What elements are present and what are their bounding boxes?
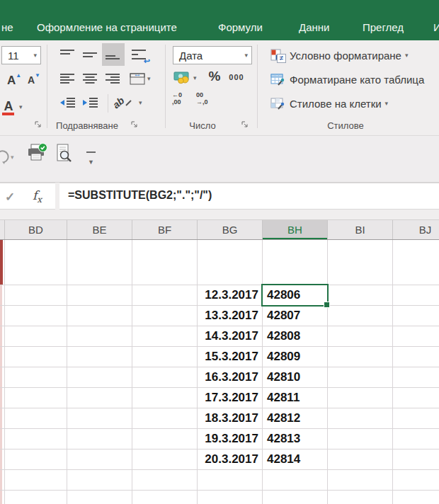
formula-bar: ✓ fx =SUBSTITUTE(BG2;".";"/") [0, 183, 439, 210]
increase-decimal-button[interactable]: ←0 ,00 [172, 91, 192, 108]
chevron-down-icon: ▾ [405, 52, 409, 59]
alignment-dialog-launcher[interactable] [130, 120, 139, 129]
date-cell-bg7[interactable]: 17.3.2017 [198, 388, 258, 408]
value-cell-bh10[interactable]: 42814 [267, 449, 324, 469]
value-cell-bh7[interactable]: 42811 [267, 388, 324, 408]
column-header-bi[interactable]: BI [328, 220, 393, 240]
value-cell-bh3[interactable]: 42807 [267, 306, 324, 326]
increase-indent-icon [83, 97, 98, 108]
column-header-bg[interactable]: BG [198, 220, 263, 240]
date-cell-bg5[interactable]: 15.3.2017 [198, 347, 258, 367]
tab-insert-partial[interactable]: не [1, 18, 13, 37]
decrease-font-button[interactable]: A ▼ [24, 70, 44, 90]
date-cell-bg9[interactable]: 19.3.2017 [198, 429, 258, 449]
number-dialog-launcher[interactable] [241, 120, 249, 129]
decrease-decimal-button[interactable]: 00 →,0 [196, 91, 216, 108]
increase-indent-button[interactable] [81, 93, 101, 113]
cell-styles-icon [270, 98, 285, 110]
increase-decimal-icon-bottom: ,00 [172, 98, 192, 105]
number-format-value: Дата [173, 50, 244, 62]
align-left-icon [60, 73, 76, 84]
format-as-table-button[interactable]: Форматиране като таблица [270, 70, 424, 88]
date-cell-bg2[interactable]: 12.3.2017 [198, 285, 258, 305]
date-cell-bg3[interactable]: 13.3.2017 [198, 306, 258, 326]
tab-view-partial[interactable]: И [433, 18, 439, 37]
column-header-bh[interactable]: BH [263, 220, 328, 240]
font-color-button[interactable]: A [0, 96, 17, 117]
table-row: 16.3.2017 42810 [0, 367, 439, 388]
insert-function-button[interactable]: fx [33, 188, 42, 205]
comma-style-button[interactable]: 000 [225, 70, 248, 84]
value-cell-bh6[interactable]: 42810 [267, 367, 324, 387]
font-dialog-launcher[interactable] [34, 120, 42, 129]
formula-text: =SUBSTITUTE(BG2;".";"/") [68, 189, 212, 202]
triangle-down-icon: ▼ [35, 73, 40, 79]
merge-arrow-icon: ↔ [127, 69, 147, 78]
table-row: 20.3.2017 42814 [0, 449, 439, 470]
column-header-bd[interactable]: BD [5, 220, 67, 240]
chevron-down-icon[interactable]: ▾ [11, 154, 14, 161]
table-row: 18.3.2017 42812 [0, 408, 439, 429]
percent-style-button[interactable]: % [205, 67, 224, 86]
align-center-button[interactable] [81, 69, 101, 88]
align-right-button[interactable] [103, 69, 123, 88]
table-row: 17.3.2017 42811 [0, 388, 439, 408]
font-size-value: 11 [2, 50, 33, 62]
value-cell-bh8[interactable]: 42812 [267, 408, 324, 428]
print-preview-button[interactable] [55, 144, 74, 164]
formula-input[interactable]: =SUBSTITUTE(BG2;".";"/") [59, 183, 439, 210]
chevron-down-icon[interactable]: ▾ [193, 75, 197, 81]
table-row: 14.3.2017 42808 [0, 326, 439, 347]
formula-bar-buttons: ✓ fx [0, 183, 55, 210]
enter-button[interactable]: ✓ [5, 190, 15, 205]
date-cell-bg10[interactable]: 20.3.2017 [198, 449, 258, 469]
merge-center-button[interactable]: ↔ [127, 69, 147, 88]
tab-data[interactable]: Данни [299, 18, 329, 37]
align-bottom-button[interactable] [102, 43, 125, 66]
cell-styles-button[interactable]: Стилове на клетки ▾ [270, 94, 388, 113]
conditional-formatting-button[interactable]: ≠ Условно форматиране ▾ [270, 46, 409, 64]
tab-page-layout[interactable]: Оформление на страниците [37, 18, 177, 37]
column-header-bf[interactable]: BF [132, 220, 198, 240]
percent-icon: % [209, 69, 221, 84]
increase-font-icon: A [7, 74, 16, 86]
font-size-input[interactable]: 11 ▾ [1, 46, 41, 64]
column-header-sliver[interactable] [0, 220, 5, 240]
column-header-bj[interactable]: BJ [393, 220, 439, 240]
chevron-down-icon[interactable]: ▾ [19, 104, 23, 110]
currency-format-button[interactable] [173, 69, 191, 86]
value-cell-bh4[interactable]: 42808 [267, 326, 324, 346]
dialog-launcher-icon [241, 120, 249, 129]
align-left-button[interactable] [58, 69, 78, 88]
tab-review[interactable]: Преглед [363, 18, 404, 37]
chevron-down-icon[interactable]: ▾ [139, 100, 142, 106]
chevron-down-icon[interactable]: ▾ [147, 76, 151, 82]
excel-window: не Оформление на страниците Формули Данн… [0, 0, 439, 504]
align-top-button[interactable] [58, 45, 78, 64]
date-cell-bg8[interactable]: 18.3.2017 [198, 408, 258, 428]
empty-row-1[interactable] [0, 240, 439, 285]
wrap-text-button[interactable]: ↩ [129, 45, 150, 64]
value-cell-bh5[interactable]: 42809 [267, 347, 324, 367]
align-middle-button[interactable] [81, 45, 101, 64]
not-equal-badge: ≠ [277, 54, 286, 63]
quick-print-button[interactable] [25, 143, 48, 164]
value-cell-bh9[interactable]: 42813 [267, 429, 324, 449]
format-as-table-icon [270, 74, 285, 86]
font-color-icon: A [4, 100, 13, 113]
date-cell-bg6[interactable]: 16.3.2017 [198, 367, 258, 387]
orientation-button[interactable]: ab [112, 93, 133, 113]
empty-row[interactable] [0, 470, 439, 491]
number-format-select[interactable]: Дата ▾ [173, 46, 252, 64]
date-cell-bg4[interactable]: 14.3.2017 [198, 326, 258, 346]
format-as-table-label: Форматиране като таблица [290, 74, 424, 86]
tab-formulas[interactable]: Формули [218, 18, 263, 37]
decrease-indent-button[interactable] [58, 93, 78, 113]
chevron-down-icon: ▾ [33, 52, 37, 59]
selected-cell-bh2[interactable] [261, 284, 329, 307]
column-header-be[interactable]: BE [67, 220, 132, 240]
chevron-down-icon: ▾ [244, 52, 248, 59]
qat-customize-button[interactable]: ▼ [86, 151, 96, 167]
increase-font-button[interactable]: A ▲ [4, 70, 24, 90]
fill-handle[interactable] [324, 302, 330, 308]
